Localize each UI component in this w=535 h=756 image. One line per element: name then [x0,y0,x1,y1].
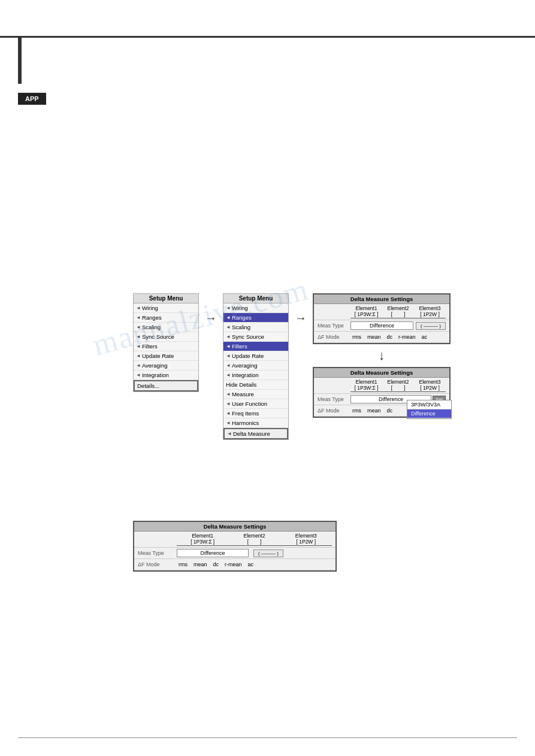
menu1-item-update-rate[interactable]: ◄ Update Rate [134,351,198,361]
element2-label-2: Element2 [382,379,414,385]
menu2-item-measure[interactable]: ◄ Measure [223,390,288,399]
bottom-mode-rms[interactable]: rms [177,560,189,569]
bottom-element3-header: Element3 [ 1P2W ] [280,533,332,546]
bottom-df-modes: rms mean dc r-mean ac [177,560,332,569]
tri-icon: ◄ [226,420,231,426]
element2-val: [ ] [382,311,414,318]
mode-mean-2[interactable]: mean [365,406,383,415]
tri-icon: ◄ [226,324,231,330]
tri-icon: ◄ [136,324,141,330]
menu-flow-container: Setup Menu ◄ Wiring ◄ Ranges ◄ Scaling ◄… [133,293,451,440]
tri-icon: ◄ [136,344,141,349]
tri-icon: ◄ [226,391,231,397]
menu2-item-averaging[interactable]: ◄ Averaging [223,361,288,371]
arrow-1: → [205,311,217,325]
menu1-item-filters[interactable]: ◄ Filters [134,342,198,351]
bottom-meas-type-value[interactable]: Difference [177,549,249,557]
meas-type-row-top: Meas Type Difference ( ——— ) [314,320,449,332]
menu2-item-sync-source[interactable]: ◄ Sync Source [223,332,288,342]
right-panels-col: Delta Measure Settings Element1 [ 1P3W:Σ… [313,293,451,418]
bottom-delta-panel-container: Delta Measure Settings Element1 [ 1P3W:Σ… [133,521,337,572]
mode-rms-2[interactable]: rms [350,406,363,415]
arrow-2: → [295,311,307,325]
element1-val: [ 1P3W:Σ ] [350,311,382,318]
element3-label-2: Element3 [414,379,446,385]
dropdown-item-1[interactable]: 3P3W/3V3A [407,400,451,409]
bottom-delta-panel: Delta Measure Settings Element1 [ 1P3W:Σ… [133,521,337,572]
menu2-item-integration[interactable]: ◄ Integration [223,371,288,380]
menu1-item-ranges[interactable]: ◄ Ranges [134,313,198,323]
tri-icon: ◄ [226,353,231,359]
tri-icon: ◄ [226,401,231,406]
menu1-item-integration[interactable]: ◄ Integration [134,371,198,380]
element1-val-2: [ 1P3W:Σ ] [350,385,382,392]
element3-header-2: Element3 [ 1P2W ] [414,379,446,392]
menu2-item-user-function[interactable]: ◄ User Function [223,399,288,409]
tri-icon: ◄ [136,353,141,359]
bottom-element1-val: [ 1P3W:Σ ] [177,539,228,546]
element2-header: Element2 [ ] [382,305,414,318]
tri-icon: ◄ [226,344,231,349]
mode-dc[interactable]: dc [385,333,395,341]
bottom-element1-header: Element1 [ 1P3W:Σ ] [177,533,228,546]
mode-dc-2[interactable]: dc [385,406,395,415]
df-mode-label: ΔF Mode [318,334,350,340]
tri-icon: ◄ [227,431,232,436]
mode-rms[interactable]: rms [350,333,363,341]
menu2-item-update-rate[interactable]: ◄ Update Rate [223,351,288,361]
tri-icon: ◄ [136,372,141,378]
meas-type-value[interactable]: Difference [350,321,413,330]
menu2-item-ranges[interactable]: ◄ Ranges [223,313,288,323]
df-mode-row-top: ΔF Mode rms mean dc r-mean ac [314,332,449,343]
bottom-elements-row: Element1 [ 1P3W:Σ ] Element2 [ ] Element… [134,532,335,548]
menu2-item-freq-items[interactable]: ◄ Freq Items [223,409,288,418]
tri-icon: ◄ [226,411,231,416]
elements-header-row: Element1 [ 1P3W:Σ ] Element2 [ ] Element… [314,304,449,320]
menu1-item-averaging[interactable]: ◄ Averaging [134,361,198,371]
bottom-element2-val: [ ] [228,539,280,546]
tri-icon: ◄ [136,363,141,368]
tri-icon: ◄ [136,334,141,339]
menu1-item-scaling[interactable]: ◄ Scaling [134,323,198,332]
tri-icon: ◄ [226,315,231,320]
mode-ac[interactable]: ac [420,333,430,341]
bottom-mode-ac[interactable]: ac [246,560,256,569]
menu2-item-filters[interactable]: ◄ Filters [223,342,288,351]
bottom-meas-type-dash: ( ——— ) [253,549,283,557]
menu1-item-wiring[interactable]: ◄ Wiring [134,303,198,313]
meas-type-dash: ( ——— ) [416,322,446,330]
tri-icon: ◄ [226,363,231,368]
df-modes: rms mean dc r-mean ac [350,333,446,341]
mode-mean[interactable]: mean [365,333,383,341]
menu2-item-hide-details[interactable]: Hide Details [223,380,288,390]
menu2-item-harmonics[interactable]: ◄ Harmonics [223,418,288,428]
menu2-item-wiring[interactable]: ◄ Wiring [223,303,288,313]
meas-type-label-2: Meas Type [318,396,350,402]
mode-rmean[interactable]: r-mean [397,333,418,341]
bottom-mode-dc[interactable]: dc [211,560,221,569]
bottom-mode-mean[interactable]: mean [192,560,209,569]
element3-val-2: [ 1P2W ] [414,385,446,392]
tri-icon: ◄ [136,315,141,320]
left-accent [18,36,22,84]
element3-val: [ 1P2W ] [414,311,446,318]
element3-header: Element3 [ 1P2W ] [414,305,446,318]
setup-menu-1: Setup Menu ◄ Wiring ◄ Ranges ◄ Scaling ◄… [133,293,199,392]
element3-label: Element3 [414,305,446,311]
delta-panel-bottom-wrapper: Delta Measure Settings Element1 [ 1P3W:Σ… [313,367,451,418]
menu1-item-sync-source[interactable]: ◄ Sync Source [134,332,198,342]
setup-menu-2: Setup Menu ◄ Wiring ◄ Ranges ◄ Scaling ◄… [223,293,289,440]
menu2-item-delta-measure[interactable]: ◄ Delta Measure [223,428,288,439]
delta-panel-top: Delta Measure Settings Element1 [ 1P3W:Σ… [313,293,451,344]
top-bar [0,36,535,38]
menu1-item-details[interactable]: Details... [134,380,198,391]
bottom-element1-label: Element1 [177,533,228,539]
app-label: APP [18,93,46,105]
element1-label: Element1 [350,305,382,311]
dropdown-item-2[interactable]: Difference [407,409,451,418]
bottom-mode-rmean[interactable]: r-mean [223,560,244,569]
delta-panel-top-title: Delta Measure Settings [314,294,449,304]
bottom-element2-label: Element2 [228,533,280,539]
menu2-item-scaling[interactable]: ◄ Scaling [223,323,288,332]
element1-label-2: Element1 [350,379,382,385]
